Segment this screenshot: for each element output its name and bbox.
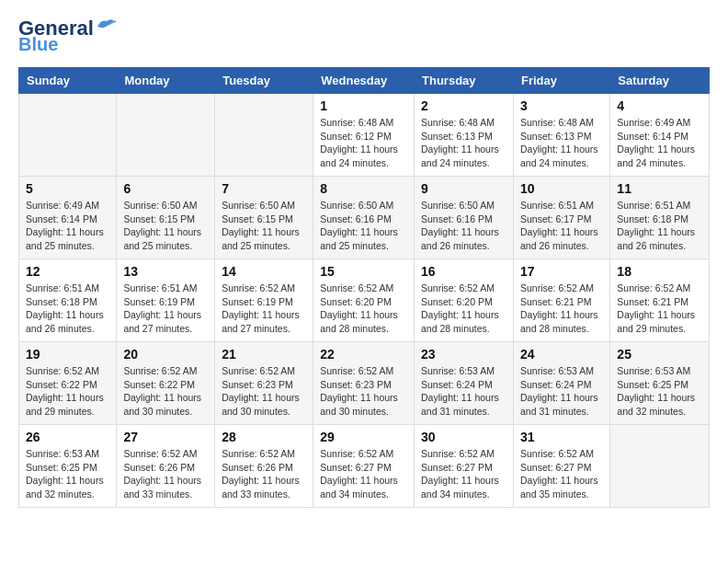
logo: General Blue xyxy=(18,18,116,53)
day-info: Sunrise: 6:52 AM Sunset: 6:27 PM Dayligh… xyxy=(320,447,407,501)
day-info: Sunrise: 6:53 AM Sunset: 6:24 PM Dayligh… xyxy=(421,364,506,419)
calendar-cell: 15Sunrise: 6:52 AM Sunset: 6:20 PM Dayli… xyxy=(313,259,415,342)
day-number: 31 xyxy=(520,430,603,444)
calendar-cell: 16Sunrise: 6:52 AM Sunset: 6:20 PM Dayli… xyxy=(415,259,514,342)
day-info: Sunrise: 6:50 AM Sunset: 6:16 PM Dayligh… xyxy=(320,199,407,253)
day-info: Sunrise: 6:52 AM Sunset: 6:23 PM Dayligh… xyxy=(320,364,407,419)
calendar-cell xyxy=(117,94,215,177)
weekday-header-saturday: Saturday xyxy=(610,68,710,94)
day-number: 9 xyxy=(421,181,506,196)
day-info: Sunrise: 6:49 AM Sunset: 6:14 PM Dayligh… xyxy=(26,199,109,253)
day-info: Sunrise: 6:48 AM Sunset: 6:12 PM Dayligh… xyxy=(320,116,407,170)
day-number: 21 xyxy=(222,347,306,362)
day-number: 19 xyxy=(26,347,109,362)
calendar-cell: 5Sunrise: 6:49 AM Sunset: 6:14 PM Daylig… xyxy=(19,177,117,259)
calendar-cell xyxy=(215,94,313,177)
calendar-cell: 20Sunrise: 6:52 AM Sunset: 6:22 PM Dayli… xyxy=(117,342,215,425)
calendar-week-row: 26Sunrise: 6:53 AM Sunset: 6:25 PM Dayli… xyxy=(19,425,710,508)
day-number: 24 xyxy=(520,347,603,362)
day-number: 12 xyxy=(26,264,109,279)
day-info: Sunrise: 6:52 AM Sunset: 6:21 PM Dayligh… xyxy=(520,282,603,336)
calendar-cell: 9Sunrise: 6:50 AM Sunset: 6:16 PM Daylig… xyxy=(415,177,514,259)
day-info: Sunrise: 6:48 AM Sunset: 6:13 PM Dayligh… xyxy=(520,116,603,170)
calendar-cell: 18Sunrise: 6:52 AM Sunset: 6:21 PM Dayli… xyxy=(610,259,710,342)
calendar-header-row: SundayMondayTuesdayWednesdayThursdayFrid… xyxy=(19,68,710,94)
day-number: 22 xyxy=(320,347,407,362)
calendar-cell: 12Sunrise: 6:51 AM Sunset: 6:18 PM Dayli… xyxy=(19,259,117,342)
calendar-cell: 23Sunrise: 6:53 AM Sunset: 6:24 PM Dayli… xyxy=(415,342,514,425)
day-info: Sunrise: 6:51 AM Sunset: 6:17 PM Dayligh… xyxy=(520,199,603,253)
calendar-cell: 29Sunrise: 6:52 AM Sunset: 6:27 PM Dayli… xyxy=(313,425,415,508)
day-info: Sunrise: 6:52 AM Sunset: 6:26 PM Dayligh… xyxy=(222,447,306,501)
day-number: 6 xyxy=(123,181,208,196)
day-number: 30 xyxy=(421,430,506,444)
day-number: 27 xyxy=(123,430,208,444)
day-number: 23 xyxy=(421,347,506,362)
calendar-week-row: 12Sunrise: 6:51 AM Sunset: 6:18 PM Dayli… xyxy=(19,259,710,342)
day-info: Sunrise: 6:51 AM Sunset: 6:18 PM Dayligh… xyxy=(617,199,702,253)
calendar-cell: 4Sunrise: 6:49 AM Sunset: 6:14 PM Daylig… xyxy=(610,94,710,177)
calendar-cell: 22Sunrise: 6:52 AM Sunset: 6:23 PM Dayli… xyxy=(313,342,415,425)
day-number: 4 xyxy=(617,98,702,113)
calendar-week-row: 19Sunrise: 6:52 AM Sunset: 6:22 PM Dayli… xyxy=(19,342,710,425)
calendar-cell: 14Sunrise: 6:52 AM Sunset: 6:19 PM Dayli… xyxy=(215,259,313,342)
day-number: 11 xyxy=(617,181,702,196)
logo-blue: Blue xyxy=(18,35,58,53)
day-number: 14 xyxy=(222,264,306,279)
calendar-cell xyxy=(19,94,117,177)
calendar-week-row: 5Sunrise: 6:49 AM Sunset: 6:14 PM Daylig… xyxy=(19,177,710,259)
calendar-cell: 21Sunrise: 6:52 AM Sunset: 6:23 PM Dayli… xyxy=(215,342,313,425)
day-info: Sunrise: 6:52 AM Sunset: 6:26 PM Dayligh… xyxy=(123,447,208,501)
calendar-cell: 31Sunrise: 6:52 AM Sunset: 6:27 PM Dayli… xyxy=(513,425,609,508)
calendar-cell: 1Sunrise: 6:48 AM Sunset: 6:12 PM Daylig… xyxy=(313,94,415,177)
day-number: 2 xyxy=(421,98,506,113)
page-header: General Blue xyxy=(18,18,710,53)
day-number: 26 xyxy=(26,430,109,444)
calendar-cell: 13Sunrise: 6:51 AM Sunset: 6:19 PM Dayli… xyxy=(117,259,215,342)
calendar-cell: 24Sunrise: 6:53 AM Sunset: 6:24 PM Dayli… xyxy=(513,342,609,425)
day-number: 28 xyxy=(222,430,306,444)
calendar-cell: 17Sunrise: 6:52 AM Sunset: 6:21 PM Dayli… xyxy=(513,259,609,342)
calendar-cell: 25Sunrise: 6:53 AM Sunset: 6:25 PM Dayli… xyxy=(610,342,710,425)
day-number: 1 xyxy=(320,98,407,113)
calendar-cell: 19Sunrise: 6:52 AM Sunset: 6:22 PM Dayli… xyxy=(19,342,117,425)
day-number: 3 xyxy=(520,98,603,113)
calendar-cell: 26Sunrise: 6:53 AM Sunset: 6:25 PM Dayli… xyxy=(19,425,117,508)
day-number: 25 xyxy=(617,347,702,362)
calendar-cell: 30Sunrise: 6:52 AM Sunset: 6:27 PM Dayli… xyxy=(415,425,514,508)
calendar-table: SundayMondayTuesdayWednesdayThursdayFrid… xyxy=(18,67,710,508)
day-number: 20 xyxy=(123,347,208,362)
day-number: 18 xyxy=(617,264,702,279)
calendar-cell: 3Sunrise: 6:48 AM Sunset: 6:13 PM Daylig… xyxy=(513,94,609,177)
day-info: Sunrise: 6:52 AM Sunset: 6:19 PM Dayligh… xyxy=(222,282,306,336)
weekday-header-sunday: Sunday xyxy=(19,68,117,94)
day-info: Sunrise: 6:51 AM Sunset: 6:19 PM Dayligh… xyxy=(123,282,208,336)
day-number: 7 xyxy=(222,181,306,196)
day-info: Sunrise: 6:51 AM Sunset: 6:18 PM Dayligh… xyxy=(26,282,109,336)
day-info: Sunrise: 6:48 AM Sunset: 6:13 PM Dayligh… xyxy=(421,116,506,170)
day-number: 8 xyxy=(320,181,407,196)
day-number: 5 xyxy=(26,181,109,196)
calendar-cell: 27Sunrise: 6:52 AM Sunset: 6:26 PM Dayli… xyxy=(117,425,215,508)
weekday-header-friday: Friday xyxy=(513,68,609,94)
calendar-cell: 11Sunrise: 6:51 AM Sunset: 6:18 PM Dayli… xyxy=(610,177,710,259)
weekday-header-wednesday: Wednesday xyxy=(313,68,415,94)
logo-bird-icon xyxy=(96,17,116,32)
calendar-cell xyxy=(610,425,710,508)
calendar-cell: 6Sunrise: 6:50 AM Sunset: 6:15 PM Daylig… xyxy=(117,177,215,259)
day-info: Sunrise: 6:50 AM Sunset: 6:15 PM Dayligh… xyxy=(222,199,306,253)
day-info: Sunrise: 6:52 AM Sunset: 6:27 PM Dayligh… xyxy=(421,447,506,501)
day-number: 17 xyxy=(520,264,603,279)
day-info: Sunrise: 6:53 AM Sunset: 6:24 PM Dayligh… xyxy=(520,364,603,419)
day-info: Sunrise: 6:50 AM Sunset: 6:15 PM Dayligh… xyxy=(123,199,208,253)
day-info: Sunrise: 6:52 AM Sunset: 6:22 PM Dayligh… xyxy=(26,364,109,419)
day-info: Sunrise: 6:53 AM Sunset: 6:25 PM Dayligh… xyxy=(26,447,109,501)
day-info: Sunrise: 6:52 AM Sunset: 6:23 PM Dayligh… xyxy=(222,364,306,419)
calendar-cell: 8Sunrise: 6:50 AM Sunset: 6:16 PM Daylig… xyxy=(313,177,415,259)
calendar-cell: 10Sunrise: 6:51 AM Sunset: 6:17 PM Dayli… xyxy=(513,177,609,259)
day-number: 16 xyxy=(421,264,506,279)
day-number: 29 xyxy=(320,430,407,444)
weekday-header-monday: Monday xyxy=(117,68,215,94)
day-number: 15 xyxy=(320,264,407,279)
day-info: Sunrise: 6:52 AM Sunset: 6:22 PM Dayligh… xyxy=(123,364,208,419)
